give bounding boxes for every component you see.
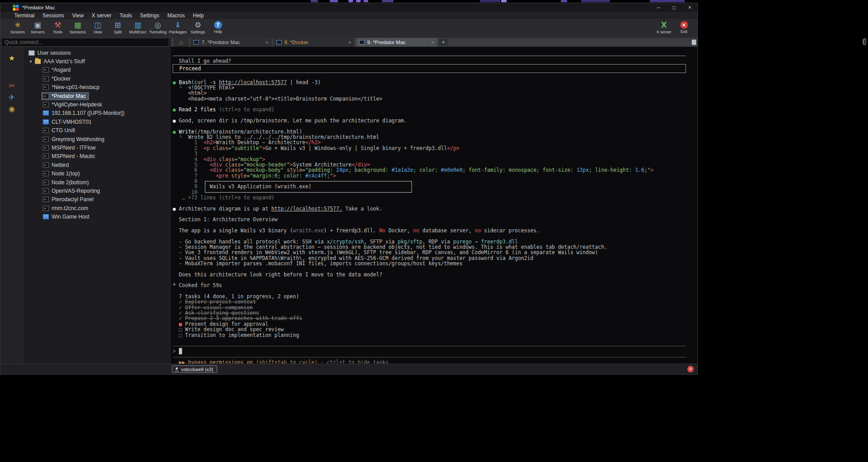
- session-item-inner: ▸*Docker: [41, 75, 74, 83]
- terminal-line: * Cooked for 59s: [173, 283, 686, 288]
- toolbar-servers-button[interactable]: ▣Servers: [28, 20, 48, 34]
- session-item[interactable]: ▸*Asgard: [24, 66, 171, 74]
- toolbar-multiexec-button[interactable]: ▥MultiExec: [128, 20, 148, 34]
- ssh-terminal-icon: ▸: [43, 93, 49, 99]
- terminal-output[interactable]: Shall I go ahead?Proceed ● Bash(curl -s …: [171, 47, 698, 364]
- session-item[interactable]: ▸*Docker: [24, 74, 171, 83]
- tab-close-icon[interactable]: ×: [266, 40, 268, 45]
- session-item[interactable]: ▸*Predator Mac: [24, 92, 171, 100]
- toolbar-packages-button[interactable]: ⇓Packages: [168, 20, 188, 34]
- tab-7-predator-mac[interactable]: 7. *Predator Mac×: [191, 38, 272, 47]
- scissors-icon[interactable]: ✂: [9, 81, 15, 90]
- terminal-scrollbar-thumb[interactable]: [692, 40, 696, 45]
- toolbar-right: XX server×Exit: [654, 20, 694, 34]
- menu-view[interactable]: View: [68, 12, 88, 19]
- toolbar-session-button[interactable]: ✳Session: [8, 20, 28, 34]
- menu-x-server[interactable]: X server: [88, 12, 116, 19]
- toolbar-exit-button[interactable]: ×Exit: [674, 20, 694, 34]
- tab-8-docker[interactable]: 8. *Docker×: [273, 38, 354, 47]
- tab-9-predator-mac[interactable]: 9. *Predator Mac×: [356, 38, 437, 47]
- session-item[interactable]: ▸MSPNerd - Mautic: [24, 152, 171, 161]
- terminal-line: └ <!DOCTYPE html>: [173, 85, 686, 90]
- toolbar-tools-button[interactable]: ⚒Tools: [48, 20, 68, 34]
- session-item[interactable]: ▸Node 1(top): [24, 169, 171, 178]
- toolbar-xserver-button[interactable]: XX server: [654, 20, 674, 34]
- session-item[interactable]: ▸CTG Unifi: [24, 126, 171, 135]
- session-item[interactable]: ▸rmm.t2cnc.com: [24, 204, 171, 212]
- mobaxterm-window: *Predator Mac – □ × TerminalSessionsView…: [0, 3, 698, 375]
- maximize-button[interactable]: □: [673, 4, 676, 11]
- session-item[interactable]: ▸MSPNerd - ITFlow: [24, 143, 171, 152]
- tab-close-icon[interactable]: ×: [431, 40, 434, 45]
- session-item-inner: ▸CTG Unifi: [41, 126, 78, 134]
- session-item-inner: ▸Netbird: [41, 161, 72, 169]
- session-item[interactable]: ▸*VigilCyber-Helpdesk: [24, 100, 171, 109]
- ssh-terminal-icon: ▸: [43, 85, 49, 90]
- home-tab[interactable]: ⌂: [174, 38, 189, 47]
- tab-close-icon[interactable]: ×: [349, 40, 351, 45]
- minimize-button[interactable]: –: [657, 4, 660, 11]
- session-label: Greyming Webhosting: [52, 136, 105, 142]
- terminal-option-box[interactable]: Proceed: [173, 64, 686, 73]
- sidebar-rail: ★✂✈◉: [0, 47, 24, 364]
- ssh-terminal-icon: ▸: [43, 154, 49, 159]
- toolbar: ✳Session▣Servers⚒Tools▦Sessions◫View⊞Spl…: [0, 19, 698, 38]
- session-label: *VigilCyber-Helpdesk: [52, 101, 102, 108]
- toolbar-sessions-button[interactable]: ▦Sessions: [68, 20, 88, 34]
- sidebar: ★✂✈◉ User sessions▾AAA Vantz's Stuff▸*As…: [0, 38, 171, 364]
- star-icon[interactable]: ★: [8, 54, 15, 62]
- toolbar-view-button[interactable]: ◫View: [88, 20, 108, 34]
- session-label: Node 2(bottom): [52, 179, 89, 186]
- session-item[interactable]: ▸Node 2(bottom): [24, 178, 171, 186]
- session-label: *Predator Mac: [52, 93, 86, 99]
- ssh-terminal-icon: ▸: [43, 188, 49, 194]
- terminal-divider: [173, 53, 686, 58]
- user-session-button[interactable]: vstockwell (x3): [172, 365, 217, 373]
- tree-root-user-sessions[interactable]: User sessions: [24, 49, 171, 57]
- quick-connect-input[interactable]: [1, 38, 169, 47]
- toolbar-label: Help: [208, 29, 228, 34]
- session-item[interactable]: Win Game Host: [24, 212, 171, 221]
- help-icon: ?: [214, 21, 222, 29]
- coin-icon[interactable]: ◉: [9, 105, 15, 113]
- session-label: *Docker: [52, 76, 71, 82]
- user-session-label: vstockwell (x3): [181, 367, 213, 372]
- toolbar-settings-button[interactable]: ⚙Settings: [188, 20, 208, 34]
- session-item[interactable]: ▸Netbird: [24, 161, 171, 169]
- statusbar-close-icon[interactable]: ×: [687, 366, 694, 373]
- menu-terminal[interactable]: Terminal: [10, 12, 38, 19]
- toolbar-tunneling-button[interactable]: ◎Tunneling: [148, 20, 168, 34]
- session-item[interactable]: ▸OpenVAS-Reporting: [24, 186, 171, 195]
- terminal-divider: [173, 343, 686, 349]
- session-item-inner: ▸*Asgard: [41, 66, 74, 74]
- terminal-line: ● Good, screen dir is /tmp/brainstorm. L…: [173, 118, 686, 123]
- session-item-inner: ▸Pterodactyl Panel: [41, 195, 97, 203]
- menu-help[interactable]: Help: [189, 12, 208, 19]
- terminal-line: The app is a single Wails v3 binary (wra…: [173, 228, 686, 233]
- tree-folder-aaa-vantz-s-stuff[interactable]: ▾AAA Vantz's Stuff: [24, 57, 171, 65]
- tree-folder-label: AAA Vantz's Stuff: [44, 58, 85, 65]
- session-item[interactable]: ▸Greyming Webhosting: [24, 135, 171, 143]
- session-item[interactable]: 192.168.1.107 ([UPS-Monitor]): [24, 109, 171, 118]
- toolbar-split-button[interactable]: ⊞Split: [108, 20, 128, 34]
- close-button[interactable]: ×: [688, 4, 691, 11]
- session-item[interactable]: CLT-VMHOST01: [24, 118, 171, 126]
- session-item-inner: ▸*Predator Mac: [41, 92, 89, 100]
- terminal-line: Does this architecture look right before…: [173, 272, 686, 277]
- menu-tools[interactable]: Tools: [116, 12, 136, 19]
- xserver-icon: X: [654, 20, 674, 29]
- session-item[interactable]: ▸Pterodactyl Panel: [24, 195, 171, 204]
- menu-macros[interactable]: Macros: [163, 12, 189, 19]
- session-item-inner: 192.168.1.107 ([UPS-Monitor]): [41, 109, 127, 117]
- session-item-inner: ▸MSPNerd - Mautic: [41, 152, 98, 160]
- toolbar-help-button[interactable]: ?Help: [208, 20, 228, 34]
- plane-icon[interactable]: ✈: [9, 93, 15, 101]
- terminal-line: [173, 277, 686, 283]
- menu-sessions[interactable]: Sessions: [38, 12, 68, 19]
- paperclip-icon[interactable]: [861, 37, 867, 47]
- session-item[interactable]: ▸*New-cp01-heistacp: [24, 83, 171, 92]
- session-item-inner: ▸MSPNerd - ITFlow: [41, 144, 99, 152]
- session-item-inner: ▸Node 1(top): [41, 170, 83, 178]
- new-tab-button[interactable]: +: [439, 39, 448, 46]
- menu-settings[interactable]: Settings: [136, 12, 163, 19]
